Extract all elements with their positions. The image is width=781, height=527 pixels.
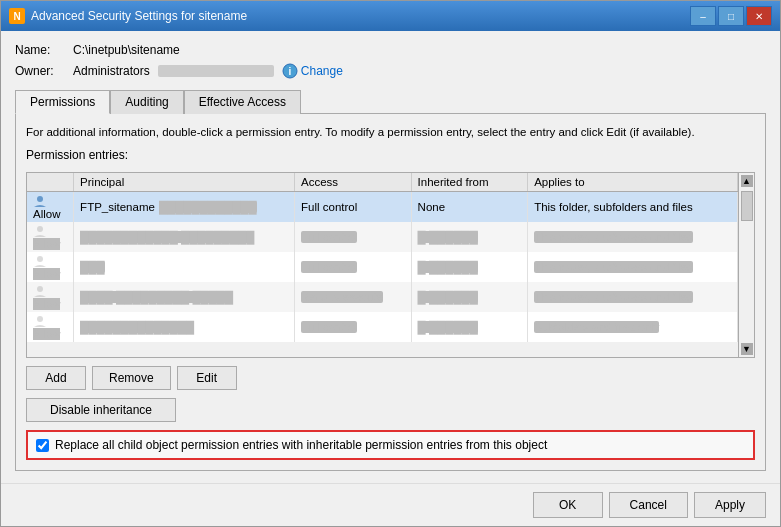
cell-applies: Subfolders and files only: [528, 312, 738, 342]
table-action-buttons: Add Remove Edit: [26, 366, 755, 390]
tab-bar: Permissions Auditing Effective Access: [15, 89, 766, 113]
window-title: Advanced Security Settings for sitename: [31, 9, 247, 23]
name-label: Name:: [15, 43, 65, 57]
col-principal-header: Principal: [74, 173, 295, 192]
cell-applies: This folder, subfolders and files: [528, 252, 738, 282]
disable-inheritance-button[interactable]: Disable inheritance: [26, 398, 176, 422]
owner-row: Owner: Administrators i Change: [15, 63, 766, 79]
cell-principal: FTP_sitename████████████: [74, 192, 295, 223]
permission-table-container: Principal Access Inherited from Applies …: [26, 172, 755, 358]
svg-point-3: [37, 226, 43, 232]
ok-button[interactable]: OK: [533, 492, 603, 518]
table-row[interactable]: Allow██████████████Full control█ ██████S…: [27, 312, 738, 342]
replace-checkbox-label: Replace all child object permission entr…: [55, 438, 547, 452]
cell-inherited: █ ██████: [411, 282, 528, 312]
table-body: AllowFTP_sitename████████████Full contro…: [27, 192, 738, 343]
svg-point-4: [37, 256, 43, 262]
change-label: Change: [301, 64, 343, 78]
tab-effective-access[interactable]: Effective Access: [184, 90, 301, 114]
cell-access: Full control: [295, 192, 412, 223]
tab-permissions[interactable]: Permissions: [15, 90, 110, 114]
cell-inherited: █ ██████: [411, 222, 528, 252]
replace-checkbox-row: Replace all child object permission entr…: [26, 430, 755, 460]
change-icon: i: [282, 63, 298, 79]
close-button[interactable]: ✕: [746, 6, 772, 26]
col-access-header: Access: [295, 173, 412, 192]
cell-principal: ████████████ █████████: [74, 222, 295, 252]
bottom-bar: OK Cancel Apply: [1, 483, 780, 526]
minimize-button[interactable]: –: [690, 6, 716, 26]
add-button[interactable]: Add: [26, 366, 86, 390]
table-header: Principal Access Inherited from Applies …: [27, 173, 738, 192]
permission-table: Principal Access Inherited from Applies …: [27, 173, 738, 342]
main-window: N Advanced Security Settings for sitenam…: [0, 0, 781, 527]
title-bar: N Advanced Security Settings for sitenam…: [1, 1, 780, 31]
info-text: For additional information, double-click…: [26, 124, 755, 140]
cell-inherited: █ ██████: [411, 252, 528, 282]
cell-applies: This folder, subfolders and files: [528, 192, 738, 223]
cell-inherited: █ ██████: [411, 312, 528, 342]
cell-type: Allow: [27, 312, 74, 342]
col-inherited-header: Inherited from: [411, 173, 528, 192]
replace-checkbox[interactable]: [36, 439, 49, 452]
table-row[interactable]: Allow████ █████████ █████Read & execute█…: [27, 282, 738, 312]
table-row[interactable]: AllowFTP_sitename████████████Full contro…: [27, 192, 738, 223]
col-type: [27, 173, 74, 192]
apply-button[interactable]: Apply: [694, 492, 766, 518]
scrollbar[interactable]: ▲ ▼: [738, 173, 754, 357]
svg-point-2: [37, 196, 43, 202]
table-inner: Principal Access Inherited from Applies …: [27, 173, 738, 357]
cell-principal: ██████████████: [74, 312, 295, 342]
tab-auditing[interactable]: Auditing: [110, 90, 183, 114]
title-controls: – □ ✕: [690, 6, 772, 26]
remove-button[interactable]: Remove: [92, 366, 171, 390]
owner-blurred: [158, 65, 274, 77]
svg-point-5: [37, 286, 43, 292]
cell-access: Full control: [295, 252, 412, 282]
cell-applies: This folder, subfolders and files: [528, 222, 738, 252]
change-link[interactable]: i Change: [282, 63, 343, 79]
svg-point-6: [37, 316, 43, 322]
cell-applies: This folder, subfolders and files: [528, 282, 738, 312]
table-row[interactable]: Allow███Full control█ ██████This folder,…: [27, 252, 738, 282]
name-row: Name: C:\inetpub\sitename: [15, 43, 766, 57]
title-bar-left: N Advanced Security Settings for sitenam…: [9, 8, 247, 24]
tab-section: Permissions Auditing Effective Access Fo…: [15, 85, 766, 471]
name-value: C:\inetpub\sitename: [73, 43, 180, 57]
cell-access: Read & execute: [295, 282, 412, 312]
cell-principal: ████ █████████ █████: [74, 282, 295, 312]
cell-access: Full control: [295, 222, 412, 252]
cell-principal: ███: [74, 252, 295, 282]
disable-inheritance-row: Disable inheritance: [26, 398, 755, 422]
cell-type: Allow: [27, 252, 74, 282]
section-label: Permission entries:: [26, 148, 755, 162]
app-icon: N: [9, 8, 25, 24]
cancel-button[interactable]: Cancel: [609, 492, 688, 518]
cell-type: Allow: [27, 282, 74, 312]
col-applies-header: Applies to: [528, 173, 738, 192]
cell-access: Full control: [295, 312, 412, 342]
edit-button[interactable]: Edit: [177, 366, 237, 390]
svg-text:i: i: [288, 66, 291, 77]
maximize-button[interactable]: □: [718, 6, 744, 26]
tab-content-permissions: For additional information, double-click…: [15, 113, 766, 471]
cell-type: Allow: [27, 222, 74, 252]
owner-label: Owner:: [15, 64, 65, 78]
cell-type: Allow: [27, 192, 74, 223]
dialog-content: Name: C:\inetpub\sitename Owner: Adminis…: [1, 31, 780, 483]
table-row[interactable]: Allow████████████ █████████Full control█…: [27, 222, 738, 252]
cell-inherited: None: [411, 192, 528, 223]
owner-value: Administrators: [73, 64, 150, 78]
